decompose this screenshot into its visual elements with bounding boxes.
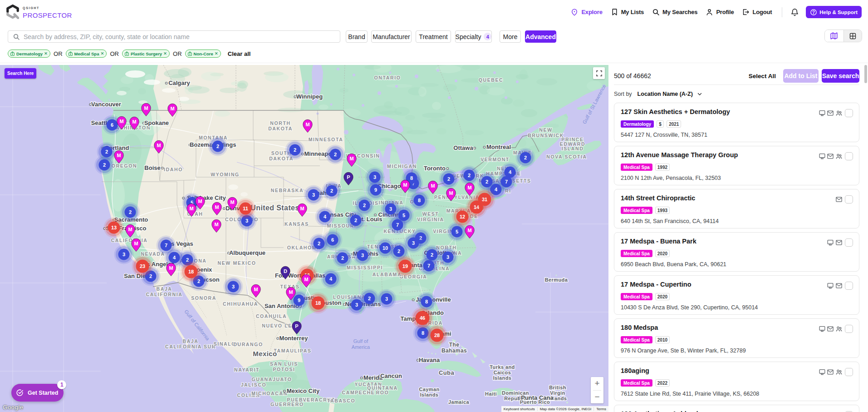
filter-chip-plastic-surgery[interactable]: Plastic Surgery✕ — [122, 50, 170, 58]
map-cluster-blue-3[interactable]: 3 — [353, 246, 373, 265]
map-cluster-blue-2[interactable]: 2 — [285, 140, 305, 160]
map-cluster-red-18[interactable]: 18 — [308, 293, 329, 314]
result-card[interactable]: 127 Skin Aesthetics + DermatologyDermato… — [614, 103, 859, 142]
map-cluster-red-23[interactable]: 23 — [132, 256, 153, 277]
map-cluster-red-31[interactable]: 31 — [474, 189, 495, 210]
select-all-link[interactable]: Select All — [749, 73, 776, 79]
map-cluster-blue-4[interactable]: 4 — [321, 269, 341, 289]
nav-my-searches[interactable]: My Searches — [652, 8, 697, 16]
map-cluster-blue-7[interactable]: 7 — [419, 256, 439, 276]
sort-dropdown[interactable]: Location Name (A-Z) — [638, 91, 702, 97]
contacts-icon[interactable] — [835, 153, 843, 160]
filter-chip-non-core[interactable]: Non-Core✕ — [185, 50, 221, 58]
map-cluster-red-19[interactable]: 19 — [395, 256, 416, 277]
scrollbar-thumb[interactable] — [864, 65, 867, 83]
chip-remove-icon[interactable]: ✕ — [100, 51, 104, 56]
more-filter-button[interactable]: More — [500, 30, 521, 43]
map[interactable]: WASHINGTONOREGONIDAHOMONTANAWYOMINGNORTH… — [0, 65, 608, 412]
website-icon[interactable] — [819, 325, 826, 333]
map-cluster-blue-2[interactable]: 2 — [333, 248, 353, 268]
save-search-button[interactable]: Save search — [822, 69, 859, 83]
map-cluster-red-46[interactable]: 46 — [412, 307, 434, 329]
treatment-filter-button[interactable]: Treatment — [416, 30, 451, 43]
map-cluster-red-11[interactable]: 11 — [235, 199, 256, 219]
card-checkbox[interactable] — [845, 325, 853, 333]
map-cluster-blue-2[interactable]: 2 — [439, 169, 459, 189]
chip-remove-icon[interactable]: ✕ — [44, 51, 48, 56]
nav-explore[interactable]: Explore — [570, 8, 602, 16]
email-icon[interactable] — [827, 368, 834, 376]
specialty-filter-button[interactable]: Specialty4 — [455, 30, 492, 43]
result-card[interactable]: 17 Medspa - CupertinoMedical Spa20201043… — [614, 275, 859, 315]
result-card[interactable]: 186 Aesthetics - Ashland — [614, 405, 859, 412]
map-cluster-blue-3[interactable]: 3 — [114, 245, 134, 264]
contacts-icon[interactable] — [835, 368, 843, 376]
contacts-icon[interactable] — [835, 109, 843, 117]
clear-all-link[interactable]: Clear all — [228, 50, 251, 57]
chip-remove-icon[interactable]: ✕ — [215, 51, 218, 56]
map-cluster-blue-3[interactable]: 3 — [224, 277, 243, 297]
map-cluster-blue-2[interactable]: 2 — [208, 137, 228, 156]
map-cluster-red-28[interactable]: 28 — [427, 325, 448, 346]
contacts-icon[interactable] — [835, 325, 843, 333]
email-icon[interactable] — [827, 153, 834, 160]
map-cluster-blue-2[interactable]: 2 — [460, 166, 479, 185]
result-card[interactable]: 180 MedspaMedical Spa2010976 N Orange Av… — [614, 318, 859, 358]
map-view-button[interactable] — [825, 30, 843, 42]
nav-my-lists[interactable]: My Lists — [611, 8, 644, 16]
map-cluster-blue-2[interactable]: 2 — [326, 145, 345, 164]
map-cluster-blue-2[interactable]: 2 — [516, 148, 535, 168]
add-to-list-button[interactable]: Add to List — [783, 69, 819, 83]
card-checkbox[interactable] — [845, 109, 853, 117]
email-icon[interactable] — [827, 325, 834, 333]
map-cluster-blue-3[interactable]: 3 — [304, 185, 324, 205]
keyboard-shortcuts-link[interactable]: Keyboard shortcuts — [501, 407, 537, 411]
card-checkbox[interactable] — [845, 368, 853, 376]
map-cluster-blue-10[interactable]: 10 — [376, 238, 395, 258]
map-cluster-red-13[interactable]: 13 — [104, 218, 124, 238]
notifications-bell[interactable] — [790, 8, 799, 17]
filter-chip-dermatology[interactable]: Dermatology✕ — [8, 50, 50, 58]
brand-filter-button[interactable]: Brand — [346, 30, 368, 43]
map-cluster-blue-3[interactable]: 3 — [377, 289, 397, 309]
fullscreen-button[interactable] — [593, 67, 605, 79]
email-icon[interactable] — [835, 239, 843, 246]
map-cluster-red-18[interactable]: 18 — [181, 261, 202, 283]
get-started-button[interactable]: Get Started 1 — [11, 384, 64, 402]
zoom-out-button[interactable]: − — [591, 391, 603, 404]
email-icon[interactable] — [835, 282, 843, 289]
website-icon[interactable] — [819, 109, 826, 117]
result-card[interactable]: 12th Avenue Massage Therapy GroupMedical… — [614, 146, 859, 185]
website-icon[interactable] — [819, 368, 826, 376]
map-cluster-blue-8[interactable]: 8 — [410, 191, 429, 210]
website-icon[interactable] — [819, 153, 826, 160]
result-card[interactable]: 17 Medspa - Buena ParkMedical Spa2020695… — [614, 232, 859, 272]
website-icon[interactable] — [827, 239, 834, 246]
map-cluster-blue-6[interactable]: 6 — [323, 230, 343, 250]
result-card[interactable]: 180agingMedical Spa20227612 State Line R… — [614, 362, 859, 401]
chip-remove-icon[interactable]: ✕ — [163, 51, 167, 56]
app-logo[interactable]: QSIGHT PROSPECTOR — [6, 4, 72, 19]
email-icon[interactable] — [827, 109, 834, 117]
card-checkbox[interactable] — [845, 195, 853, 204]
map-cluster-blue-2[interactable]: 2 — [322, 181, 342, 201]
grid-view-button[interactable] — [843, 30, 862, 42]
nav-logout[interactable]: Logout — [742, 8, 772, 16]
map-cluster-blue-7[interactable]: 7 — [388, 215, 407, 235]
card-checkbox[interactable] — [845, 152, 853, 160]
map-cluster-blue-2[interactable]: 2 — [360, 289, 379, 308]
terms-link[interactable]: Terms — [593, 407, 608, 411]
map-cluster-blue-3[interactable]: 3 — [438, 248, 458, 267]
result-card[interactable]: 14th Street ChiropracticMedical Spa19936… — [614, 189, 859, 228]
website-icon[interactable] — [827, 282, 834, 289]
help-support-button[interactable]: Help & Support — [806, 6, 862, 18]
search-here-button[interactable]: Search Here — [5, 68, 36, 79]
nav-profile[interactable]: Profile — [706, 8, 734, 16]
card-checkbox[interactable] — [845, 238, 853, 247]
email-icon[interactable] — [835, 196, 843, 203]
map-cluster-blue-3[interactable]: 3 — [365, 168, 385, 187]
manufacturer-filter-button[interactable]: Manufacturer — [371, 30, 412, 43]
filter-chip-medical-spa[interactable]: Medical Spa✕ — [66, 50, 107, 58]
map-cluster-blue-2[interactable]: 2 — [95, 155, 114, 175]
card-checkbox[interactable] — [845, 282, 853, 290]
